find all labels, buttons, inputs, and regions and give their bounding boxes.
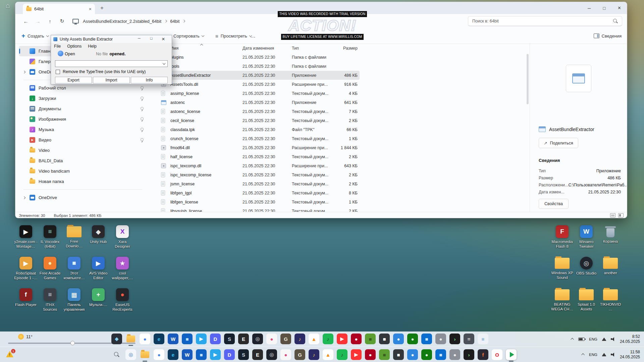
taskbar-notepad[interactable]: ≡ — [478, 334, 488, 344]
language-indicator[interactable]: ENG — [589, 337, 597, 341]
file-row-assimp_license[interactable]: assimp_license21.05.2025 22:30Текстовый … — [158, 89, 360, 98]
file-row-astcenc[interactable]: astcenc21.05.2025 22:30Приложение641 КБ — [158, 98, 360, 107]
taskbar-start[interactable] — [97, 349, 108, 360]
taskbar-media-player[interactable] — [506, 349, 517, 360]
taskbar-epic-games[interactable]: E — [252, 349, 263, 360]
file-row-AssetBundleExtractor[interactable]: AssetBundleExtractor21.05.2025 22:30Прил… — [158, 71, 360, 80]
column-type[interactable]: Тип — [292, 46, 339, 51]
typetree-checkbox[interactable] — [56, 70, 60, 74]
desktop-icon-free-downloads-folder[interactable]: Free Downlo… — [62, 225, 86, 257]
taskbar-roblox[interactable]: ■ — [393, 349, 404, 360]
refresh-button[interactable] — [56, 16, 68, 26]
desktop-icon-robosplaat-episode[interactable]: ▶RoboSplaat Episode 1 -… — [14, 257, 38, 288]
breadcrumb-item[interactable]: 64bit — [170, 19, 179, 24]
menu-help[interactable]: Help — [88, 44, 97, 49]
taskbar-youtube[interactable]: ▶ — [337, 334, 347, 344]
taskbar-photos[interactable]: ■ — [196, 349, 207, 360]
close-button[interactable] — [612, 2, 627, 14]
menu-file[interactable]: File — [54, 44, 61, 49]
uabe-title-bar[interactable]: Unity Assets Bundle Extractor — [51, 35, 172, 43]
desktop-icon-y2mate-montage[interactable]: ▶y2mate.com - Montage… — [14, 225, 38, 257]
file-row-ispc_texcomp.dll[interactable]: ispc_texcomp.dll21.05.2025 22:30Расширен… — [158, 161, 360, 170]
breadcrumb-item[interactable]: AssetsBundleExtractor_2.2stabled_64bit — [83, 19, 161, 24]
sidebar-item-8[interactable]: Видео — [19, 135, 147, 145]
uabe-close-button[interactable] — [157, 36, 169, 42]
taskbar-widgets[interactable]: ◆ — [111, 334, 122, 344]
back-button[interactable] — [20, 16, 32, 26]
menu-item-open[interactable]: Open — [65, 52, 75, 56]
taskbar-opera[interactable]: O — [492, 349, 502, 360]
slider-knob[interactable] — [70, 341, 75, 345]
view-button[interactable]: Просмотреть — [215, 28, 252, 44]
minimize-button[interactable] — [582, 2, 597, 14]
file-row-astcenc_license[interactable]: astcenc_license21.05.2025 22:30Текстовый… — [158, 107, 360, 116]
sidebar-item-7[interactable]: Музыка — [19, 124, 147, 135]
file-row-libsquish_license[interactable]: libsquish_license21.05.2025 22:30Текстов… — [158, 206, 360, 212]
desktop-icon-free-arcade-games[interactable]: ●Free Arcade Games — [38, 257, 62, 288]
thumbnail-view-icon[interactable] — [618, 213, 624, 218]
taskbar-epic-games[interactable]: E — [238, 334, 249, 344]
tray-overflow-icon[interactable] — [581, 353, 585, 357]
taskbar-vlc[interactable]: ▲ — [309, 334, 319, 344]
taskbar-spotify[interactable]: ♪ — [337, 349, 347, 360]
speaker-icon[interactable] — [611, 353, 615, 357]
taskbar-chrome[interactable]: ● — [154, 349, 164, 360]
taskbar-chrome[interactable]: ● — [140, 334, 150, 344]
language-indicator[interactable]: ENG — [589, 353, 597, 357]
taskbar-paint[interactable]: ● — [266, 334, 277, 344]
desktop-icon-windows-xp-sound-folder[interactable]: Windows XP Sound — [550, 257, 574, 288]
desktop-icon-unity-hub[interactable]: ◆Unity Hub — [86, 225, 110, 257]
tray-overflow-icon[interactable] — [571, 338, 574, 341]
taskbar-vlc[interactable]: ▲ — [323, 349, 333, 360]
taskbar-minecraft[interactable]: ■ — [365, 334, 376, 344]
desktop-icon-macromedia-flash-8[interactable]: FMacromediaFlash 8 — [550, 225, 574, 257]
column-name[interactable]: Имя — [170, 46, 243, 51]
taskbar-yt-music[interactable]: ● — [365, 349, 376, 360]
taskbar-word[interactable]: W — [182, 349, 193, 360]
import-button[interactable]: Import — [93, 77, 130, 83]
desktop-icon-ithx-sources[interactable]: ≡ITHX Sources — [38, 288, 62, 320]
sidebar-item-9[interactable]: Video — [19, 145, 147, 156]
notification-alert[interactable]: ! 1 — [6, 350, 15, 359]
taskbar-start[interactable] — [97, 334, 108, 344]
taskbar-search[interactable] — [111, 349, 122, 360]
taskbar-audacity[interactable]: ♪ — [294, 334, 305, 344]
taskbar-audacity[interactable]: ♪ — [309, 349, 319, 360]
desktop-icon-easeus-recexperts[interactable]: ●EaseUS RecExperts — [110, 288, 135, 320]
taskbar-minecraft[interactable]: ■ — [379, 349, 390, 360]
export-button[interactable]: Export — [55, 77, 92, 83]
taskbar-edge[interactable]: e — [168, 349, 178, 360]
uabe-minimize-button[interactable] — [133, 36, 145, 42]
desktop-icon-obs-studio[interactable]: ◎OBS Studio — [574, 257, 598, 288]
taskbar-word[interactable]: W — [168, 334, 178, 344]
taskbar-settings[interactable]: ● — [449, 349, 460, 360]
taskbar-telegram[interactable]: ▶ — [210, 349, 221, 360]
taskbar-store[interactable]: ■ — [421, 334, 432, 344]
taskbar-spotify[interactable]: ♪ — [323, 334, 333, 344]
taskbar-terminal[interactable]: › — [464, 349, 474, 360]
file-row-ispc_texcomp_license[interactable]: ispc_texcomp_license21.05.2025 22:30Текс… — [158, 170, 360, 179]
taskbar-bandicam[interactable]: ● — [407, 349, 418, 360]
menu-options[interactable]: Options — [67, 44, 82, 49]
sidebar-item-12[interactable]: Новая папка — [19, 176, 147, 187]
column-date[interactable]: Дата изменения — [243, 46, 292, 51]
taskbar-paint[interactable]: ● — [280, 349, 291, 360]
taskbar-youtube[interactable]: ▶ — [351, 349, 362, 360]
taskbar-xbox[interactable]: ● — [407, 334, 418, 344]
info-button[interactable]: Info — [131, 77, 168, 83]
network-icon[interactable] — [602, 353, 606, 356]
forward-button[interactable] — [32, 16, 44, 26]
taskbar-yt-music[interactable]: ● — [351, 334, 362, 344]
taskbar-discord[interactable]: D — [210, 334, 221, 344]
maximize-button[interactable] — [597, 2, 612, 14]
desktop-icon-recycle-bin[interactable]: Корзина — [598, 225, 623, 257]
taskbar-obs[interactable]: ◎ — [252, 334, 263, 344]
explorer-tab-64bit[interactable]: 64bit — [23, 4, 95, 14]
taskbar-xbox[interactable]: ● — [421, 349, 432, 360]
taskbar-store[interactable]: ■ — [435, 349, 446, 360]
file-row-libfgen_lgpl[interactable]: libfgen_lgpl21.05.2025 22:30Текстовый до… — [158, 188, 360, 197]
taskbar-telegram[interactable]: ▶ — [196, 334, 207, 344]
sidebar-item-4[interactable]: Загрузки — [19, 93, 147, 104]
desktop-icon-splaat-assets-folder[interactable]: Splaat 1.0 Assets — [574, 288, 598, 320]
file-row-plugins[interactable]: plugins21.05.2025 22:30Папка с файлами — [158, 53, 360, 62]
